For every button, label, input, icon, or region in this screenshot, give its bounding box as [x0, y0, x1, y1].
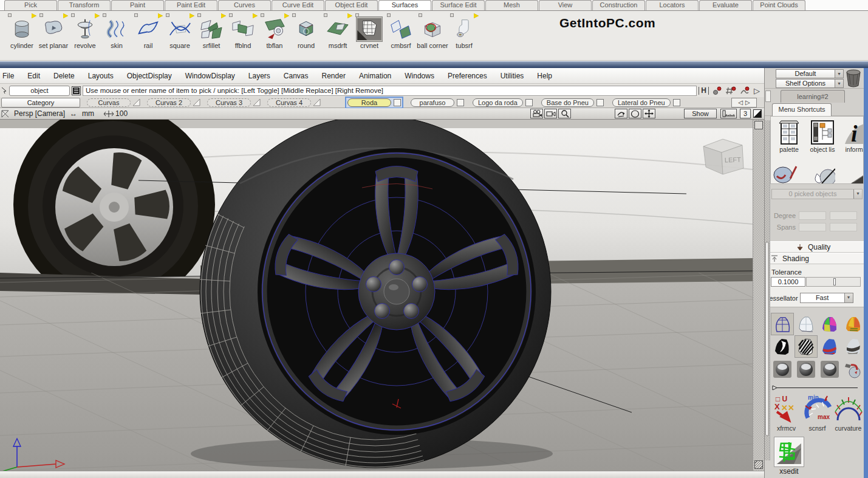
menu-animation[interactable]: Animation	[352, 72, 398, 80]
tab-object-edit[interactable]: Object Edit	[325, 0, 378, 10]
tab-surfaces[interactable]: Surfaces	[378, 0, 431, 10]
3d-viewport-scene[interactable]: LEFT	[0, 120, 753, 471]
tool-ball-corner[interactable]: ball corner	[417, 12, 448, 60]
tab-curves[interactable]: Curves	[218, 0, 271, 10]
viewport-corner-icon[interactable]	[1, 110, 9, 118]
tool-crvnet[interactable]: crvnet	[354, 12, 385, 60]
grid-snap-icon[interactable]	[725, 86, 737, 96]
tab-transform[interactable]: Transform	[58, 0, 111, 10]
option-box-icon[interactable]	[103, 13, 106, 17]
grid-size-value[interactable]: 100	[115, 109, 128, 118]
tab-curve-edit[interactable]: Curve Edit	[272, 0, 324, 10]
popup-arrow-icon[interactable]	[190, 13, 194, 18]
menu-file[interactable]: File	[0, 72, 21, 80]
pick-type-select[interactable]: object	[9, 86, 70, 96]
tab-locators[interactable]: Locators	[646, 0, 699, 10]
menu-delete[interactable]: Delete	[47, 72, 81, 80]
tessellator-select[interactable]: Fast ▼	[800, 293, 853, 303]
xsedit-tool[interactable]: xsedit	[772, 437, 806, 476]
popup-arrow-icon[interactable]	[221, 13, 226, 18]
tool-srfillet[interactable]: srfillet	[196, 12, 227, 60]
degree-field-2[interactable]	[830, 211, 857, 220]
popup-arrow-icon[interactable]	[158, 13, 163, 18]
tab-pick[interactable]: Pick	[4, 0, 57, 10]
layer-scroll-arrows[interactable]: ◁ ▷	[731, 98, 757, 108]
shading-section-header[interactable]: Shading	[765, 253, 864, 264]
prompt-expand-icon[interactable]: ▷	[753, 86, 762, 95]
sphere-toggle-icon-1[interactable]	[771, 358, 793, 380]
menu-preferences[interactable]: Preferences	[441, 72, 494, 80]
zebra-shade-icon[interactable]	[795, 336, 817, 357]
layer-curvas-3[interactable]: Curvas 3	[207, 98, 251, 107]
tab-evaluate[interactable]: Evaluate	[699, 0, 752, 10]
menu-shortcuts-tab[interactable]: Menu Shortcuts	[772, 103, 832, 116]
menu-windowdisplay[interactable]: WindowDisplay	[179, 72, 242, 80]
panel-toggle-icon[interactable]	[754, 121, 763, 129]
sidebar-scrollbar[interactable]	[765, 120, 770, 460]
option-box-icon[interactable]	[419, 13, 422, 17]
option-box-icon[interactable]	[229, 13, 233, 17]
tab-paint[interactable]: Paint	[111, 0, 164, 10]
trash-icon[interactable]	[845, 69, 862, 87]
sphere-toggle-icon-2[interactable]	[795, 358, 817, 380]
spans-field-1[interactable]	[799, 223, 826, 231]
shaded-corner-icon[interactable]	[849, 157, 864, 183]
lasso-circle-icon[interactable]	[629, 109, 641, 118]
option-box-icon[interactable]	[324, 13, 327, 17]
camcorder-icon[interactable]	[544, 109, 557, 118]
xfrmcv-tool[interactable]: □ UX✕✕ xfrmcv	[771, 394, 802, 432]
tab-point-clouds[interactable]: Point Clouds	[753, 0, 805, 10]
multicolor-shade-icon[interactable]	[819, 313, 841, 335]
tool-tubsrf[interactable]: tubsrf	[448, 12, 480, 60]
tolerance-field[interactable]: 0.1000	[771, 277, 805, 287]
object-lister-tool[interactable]: object lis	[807, 119, 838, 153]
option-box-icon[interactable]	[71, 13, 75, 17]
degree-field-1[interactable]	[799, 211, 826, 220]
show-button[interactable]: Show	[684, 109, 717, 118]
option-box-icon[interactable]	[8, 13, 12, 17]
layer-lateral-checkbox[interactable]	[673, 99, 680, 106]
popup-arrow-icon[interactable]	[284, 13, 289, 18]
option-box-icon[interactable]	[387, 13, 391, 17]
popup-arrow-icon[interactable]	[32, 13, 36, 18]
menu-layouts[interactable]: Layouts	[81, 72, 120, 80]
view-cube-face-label[interactable]: LEFT	[725, 156, 742, 164]
droplet-sphere-icon[interactable]	[811, 157, 835, 183]
information-tool[interactable]: i informa	[840, 119, 864, 153]
layer-symmetry-icon[interactable]	[132, 98, 140, 106]
chrome-shade-icon[interactable]	[842, 336, 864, 357]
popup-arrow-icon[interactable]	[63, 13, 68, 18]
layer-curvas[interactable]: Curvas	[87, 98, 131, 107]
resize-grip-icon[interactable]	[754, 460, 763, 469]
spray-sphere-icon[interactable]	[842, 358, 864, 380]
cad-wheel-model[interactable]	[200, 120, 551, 468]
tool-rail[interactable]: rail	[132, 12, 164, 60]
menu-layers[interactable]: Layers	[242, 72, 277, 80]
option-box-icon[interactable]	[355, 13, 359, 17]
menu-utilities[interactable]: Utilities	[494, 72, 531, 80]
popup-arrow-icon[interactable]	[253, 13, 258, 18]
shading-slider[interactable]	[772, 385, 858, 391]
viewport-title[interactable]: Persp [Camera]	[14, 109, 65, 118]
shelf-options-select[interactable]: Shelf Options ▼	[776, 79, 844, 88]
menu-windows[interactable]: Windows	[398, 72, 441, 80]
tab-paint-edit[interactable]: Paint Edit	[165, 0, 217, 10]
wireframe-shade-icon[interactable]	[771, 313, 793, 335]
tumble-tool-icon[interactable]	[615, 109, 627, 118]
prompt-list-button[interactable]	[72, 86, 81, 95]
white-shade-icon[interactable]	[795, 313, 817, 335]
tool-revolve[interactable]: revolve	[69, 12, 101, 60]
viewport-units[interactable]: mm	[82, 109, 94, 118]
layer-symmetry-icon[interactable]	[193, 98, 200, 106]
slider-thumb[interactable]	[833, 278, 836, 285]
layer-logo-da-roda[interactable]: Logo da roda	[473, 98, 523, 107]
tool-cylinder[interactable]: cylinder	[6, 12, 38, 60]
tool-round[interactable]: round	[290, 12, 322, 60]
shelf-tab-learning[interactable]: learning#2	[781, 90, 845, 103]
option-box-icon[interactable]	[197, 13, 201, 17]
tool-skin[interactable]: skin	[101, 12, 132, 60]
tab-mesh[interactable]: Mesh	[485, 0, 538, 10]
palette-tool[interactable]: palette	[773, 119, 805, 153]
picked-objects-bar[interactable]: 0 picked objects ▼	[771, 189, 863, 199]
layer-roda[interactable]: Roda	[347, 98, 391, 107]
